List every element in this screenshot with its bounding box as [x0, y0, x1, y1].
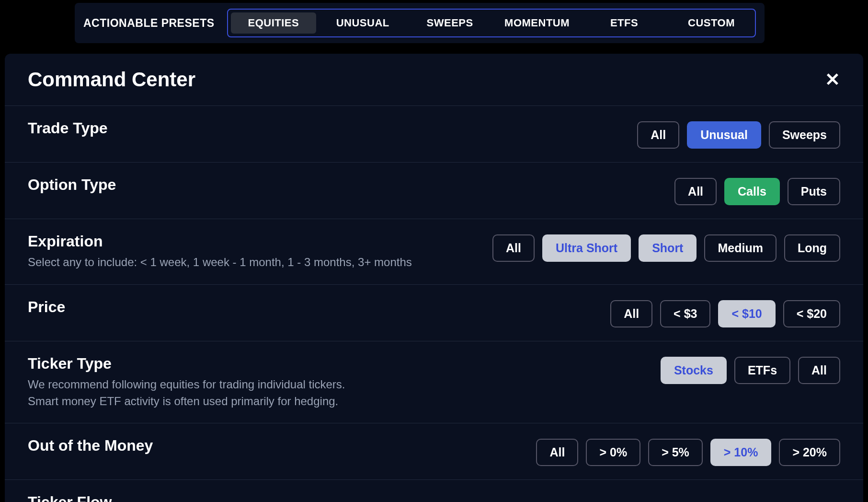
row-ticker-flow: Ticker Flow	[5, 480, 863, 502]
tab-custom[interactable]: CUSTOM	[668, 10, 755, 36]
ticker-flow-title: Ticker Flow	[28, 493, 112, 502]
page-title: Command Center	[28, 68, 195, 91]
ticker-type-stocks[interactable]: Stocks	[661, 357, 727, 384]
ticker-type-all[interactable]: All	[798, 357, 840, 384]
ticker-type-title: Ticker Type	[28, 355, 345, 373]
row-ticker-type: Ticker Type We recommend following equit…	[5, 341, 863, 424]
price-title: Price	[28, 298, 65, 316]
expiration-medium[interactable]: Medium	[704, 234, 776, 262]
row-option-type: Option Type All Calls Puts	[5, 163, 863, 219]
price-lt10[interactable]: < $10	[718, 300, 775, 327]
option-type-calls[interactable]: Calls	[724, 178, 780, 205]
tabbar: ACTIONABLE PRESETS EQUITIES UNUSUAL SWEE…	[75, 3, 765, 43]
otm-title: Out of the Money	[28, 437, 153, 455]
tab-sweeps[interactable]: SWEEPS	[406, 10, 493, 36]
otm-gt0[interactable]: > 0%	[586, 439, 640, 466]
tab-equities[interactable]: EQUITIES	[231, 12, 317, 34]
row-expiration: Expiration Select any to include: < 1 we…	[5, 219, 863, 285]
expiration-title: Expiration	[28, 233, 412, 250]
command-center-panel: Command Center ✕ Trade Type All Unusual …	[5, 54, 863, 502]
row-trade-type: Trade Type All Unusual Sweeps	[5, 106, 863, 163]
ticker-type-etfs[interactable]: ETFs	[734, 357, 790, 384]
option-type-puts[interactable]: Puts	[788, 178, 840, 205]
trade-type-unusual[interactable]: Unusual	[687, 121, 761, 149]
row-otm: Out of the Money All > 0% > 5% > 10% > 2…	[5, 423, 863, 480]
otm-all[interactable]: All	[536, 439, 578, 466]
tab-momentum[interactable]: MOMENTUM	[493, 10, 581, 36]
tab-etfs[interactable]: ETFS	[581, 10, 668, 36]
expiration-short[interactable]: Short	[639, 234, 697, 262]
price-lt20[interactable]: < $20	[783, 300, 840, 327]
ticker-type-help: We recommend following equities for trad…	[28, 376, 345, 410]
tab-unusual[interactable]: UNUSUAL	[319, 10, 406, 36]
trade-type-sweeps[interactable]: Sweeps	[769, 121, 840, 149]
otm-gt20[interactable]: > 20%	[779, 439, 840, 466]
presets-label: ACTIONABLE PRESETS	[83, 17, 215, 30]
option-type-all[interactable]: All	[674, 178, 717, 205]
tab-group: EQUITIES UNUSUAL SWEEPS MOMENTUM ETFS CU…	[227, 9, 756, 37]
otm-gt10[interactable]: > 10%	[710, 439, 772, 466]
expiration-long[interactable]: Long	[784, 234, 840, 262]
trade-type-all[interactable]: All	[637, 121, 679, 149]
expiration-ultra-short[interactable]: Ultra Short	[542, 234, 631, 262]
expiration-all[interactable]: All	[492, 234, 535, 262]
price-lt3[interactable]: < $3	[660, 300, 710, 327]
price-all[interactable]: All	[610, 300, 652, 327]
option-type-title: Option Type	[28, 176, 116, 194]
panel-header: Command Center ✕	[5, 54, 863, 106]
row-price: Price All < $3 < $10 < $20	[5, 285, 863, 341]
close-icon[interactable]: ✕	[825, 70, 840, 89]
trade-type-title: Trade Type	[28, 119, 108, 137]
expiration-help: Select any to include: < 1 week, 1 week …	[28, 254, 412, 271]
otm-gt5[interactable]: > 5%	[648, 439, 703, 466]
